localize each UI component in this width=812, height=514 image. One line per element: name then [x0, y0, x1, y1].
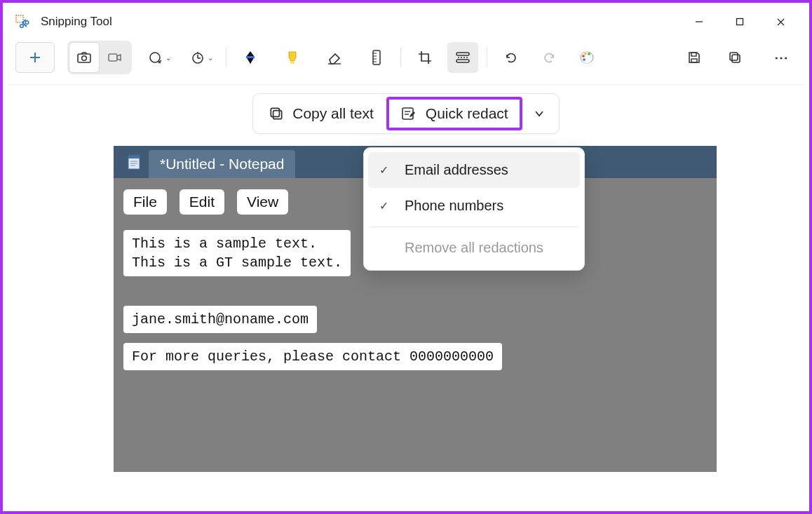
svg-rect-11: [109, 54, 117, 61]
svg-point-12: [150, 53, 160, 62]
svg-rect-37: [730, 53, 738, 60]
snipping-tool-app-icon: [15, 15, 29, 29]
crop-tool-button[interactable]: [410, 42, 440, 73]
checkmark-icon: ✓: [379, 199, 392, 212]
copy-all-text-label: Copy all text: [292, 105, 374, 122]
edit-in-paint-button[interactable]: [571, 42, 602, 73]
svg-rect-4: [737, 19, 743, 25]
svg-rect-36: [732, 55, 740, 62]
close-button[interactable]: [760, 8, 801, 35]
chevron-down-icon: ⌄: [165, 54, 171, 62]
svg-rect-22: [373, 50, 380, 65]
quick-redact-button[interactable]: Quick redact: [393, 101, 515, 126]
redact-menu-remove-all[interactable]: Remove all redactions: [368, 230, 580, 266]
svg-point-30: [582, 55, 585, 58]
toolbar-separator: [400, 48, 401, 67]
shape-dropdown-button[interactable]: ⌄: [144, 42, 175, 73]
notepad-app-icon: [126, 153, 142, 171]
svg-rect-27: [456, 53, 469, 55]
quick-redact-menu: ✓ Email addresses ✓ Phone numbers Remove…: [363, 147, 585, 271]
window-controls: [679, 8, 801, 35]
chevron-down-icon: ⌄: [208, 54, 213, 62]
quick-redact-dropdown-button[interactable]: [522, 108, 556, 119]
toolbar-separator: [226, 48, 226, 67]
svg-rect-39: [271, 108, 280, 116]
camera-mode-button[interactable]: [69, 42, 100, 73]
notepad-text-block-3: For more queries, please contact 0000000…: [123, 343, 502, 370]
svg-rect-0: [16, 15, 23, 22]
svg-point-1: [20, 25, 24, 28]
app-title: Snipping Tool: [41, 15, 679, 29]
new-snip-button[interactable]: [15, 42, 55, 73]
copy-button[interactable]: [719, 42, 750, 73]
redact-menu-phone-label: Phone numbers: [405, 198, 503, 214]
svg-rect-28: [456, 60, 469, 62]
maximize-button[interactable]: [719, 8, 760, 35]
redact-edit-icon: [400, 105, 417, 122]
redact-menu-email-label: Email addresses: [405, 162, 508, 178]
svg-point-31: [584, 53, 587, 55]
toolbar: ⌄ ⌄: [8, 36, 804, 85]
checkmark-icon: ✓: [379, 163, 392, 177]
quick-redact-label: Quick redact: [426, 105, 508, 122]
svg-point-32: [588, 53, 590, 55]
svg-point-2: [25, 21, 29, 25]
svg-rect-19: [246, 56, 255, 58]
notepad-menu-edit: Edit: [180, 189, 224, 215]
copy-all-text-button[interactable]: Copy all text: [256, 98, 386, 129]
notepad-text-block-2: jane.smith@noname.com: [123, 306, 317, 333]
menu-separator: [370, 226, 578, 227]
video-mode-button[interactable]: [100, 42, 130, 73]
notepad-menu-view: View: [237, 189, 288, 215]
save-button[interactable]: [679, 42, 710, 73]
notepad-text-block-1: This is a sample text. This is a GT samp…: [123, 230, 351, 276]
titlebar: Snipping Tool: [8, 7, 804, 36]
notepad-menu-file: File: [123, 189, 167, 215]
undo-button[interactable]: [496, 42, 527, 73]
eraser-tool-button[interactable]: [319, 42, 350, 73]
more-options-button[interactable]: ⋯: [766, 42, 797, 73]
redo-button[interactable]: [534, 42, 564, 73]
ruler-tool-button[interactable]: [361, 42, 392, 73]
svg-rect-38: [273, 111, 282, 119]
snipping-tool-window: Snipping Tool: [8, 7, 804, 506]
outer-highlight-frame: Snipping Tool: [0, 0, 812, 514]
toolbar-separator: [487, 48, 487, 67]
redact-menu-email-addresses[interactable]: ✓ Email addresses: [368, 152, 580, 188]
svg-point-10: [82, 56, 87, 61]
notepad-tab: *Untitled - Notepad: [149, 150, 295, 178]
quick-redact-highlight: Quick redact: [386, 97, 522, 130]
svg-point-33: [583, 58, 586, 61]
text-actions-tool-button[interactable]: [447, 42, 478, 73]
text-actions-bar: Copy all text Quick redact: [8, 93, 804, 134]
redact-menu-phone-numbers[interactable]: ✓ Phone numbers: [368, 188, 580, 224]
minimize-button[interactable]: [679, 8, 719, 35]
copy-icon: [269, 106, 284, 121]
redact-menu-remove-all-label: Remove all redactions: [405, 240, 543, 256]
delay-dropdown-button[interactable]: ⌄: [187, 42, 217, 73]
svg-rect-40: [402, 108, 413, 119]
pen-tool-button[interactable]: [235, 42, 266, 73]
svg-rect-20: [290, 61, 295, 64]
svg-rect-9: [78, 54, 90, 62]
highlighter-tool-button[interactable]: [277, 42, 308, 73]
